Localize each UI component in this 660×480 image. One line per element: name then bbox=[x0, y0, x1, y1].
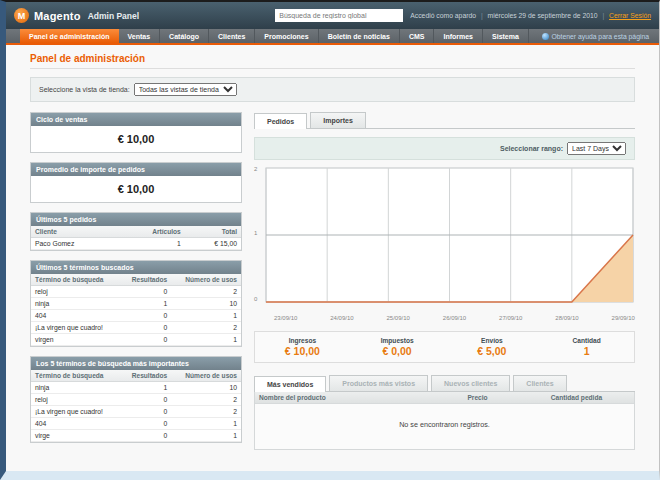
panel-title: Los 5 términos de búsqueda más important… bbox=[31, 357, 241, 370]
table-row[interactable]: virgen 0 1 bbox=[31, 334, 241, 346]
average-orders-value: € 10,00 bbox=[31, 176, 241, 202]
nav-item-catalog[interactable]: Catálogo bbox=[160, 29, 209, 43]
x-tick: 24/09/10 bbox=[330, 315, 353, 321]
cell-results: 0 bbox=[120, 406, 171, 418]
cell-term: ¡La virgen que cuadro! bbox=[31, 322, 120, 334]
stat-label: Cantidad bbox=[539, 337, 634, 344]
tab-most-viewed[interactable]: Productos más vistos bbox=[329, 375, 428, 391]
stat-label: Envíos bbox=[445, 337, 540, 344]
page-help-link[interactable]: Obtener ayuda para esta página bbox=[542, 29, 660, 43]
cell-uses: 2 bbox=[171, 394, 241, 406]
col-header: Artículos bbox=[118, 226, 185, 238]
magento-logo-icon: M bbox=[14, 8, 29, 23]
panel-title: Últimos 5 términos buscados bbox=[31, 261, 241, 274]
nav-item-system[interactable]: Sistema bbox=[483, 29, 529, 43]
table-row[interactable]: 404 0 1 bbox=[31, 310, 241, 322]
range-label: Seleccionar rango: bbox=[500, 145, 563, 152]
y-tick: 1 bbox=[254, 230, 257, 236]
current-date: miércoles 29 de septiembre de 2010 bbox=[488, 12, 598, 19]
cell-term: virge bbox=[31, 430, 120, 442]
cell-results: 0 bbox=[120, 394, 171, 406]
store-view-bar: Seleccione la vista de tienda: Todas las… bbox=[30, 77, 635, 102]
table-row[interactable]: virge 0 1 bbox=[31, 430, 241, 442]
totals-bar: Ingresos € 10,00 Impuestos € 0,00 Envíos… bbox=[254, 331, 635, 363]
table-row[interactable]: ninja 1 10 bbox=[31, 382, 241, 394]
panel-title: Promedio de importe de pedidos bbox=[31, 163, 241, 176]
cell-term: reloj bbox=[31, 394, 120, 406]
panel-title: Últimos 5 pedidos bbox=[31, 213, 241, 226]
main-nav: Panel de administración Ventas Catálogo … bbox=[6, 29, 659, 45]
nav-item-customers[interactable]: Clientes bbox=[209, 29, 255, 43]
col-header: Número de usos bbox=[171, 274, 241, 286]
logged-in-as: Accedió como apardo bbox=[410, 12, 476, 19]
col-header: Nombre del producto bbox=[255, 392, 463, 404]
cell-term: 404 bbox=[31, 310, 120, 322]
bestsellers-grid: Nombre del producto Precio Cantidad pedi… bbox=[254, 392, 635, 450]
table-row[interactable]: ¡La virgen que cuadro! 0 2 bbox=[31, 322, 241, 334]
cell-results: 1 bbox=[120, 298, 171, 310]
last-search-terms-panel: Últimos 5 términos buscados Término de b… bbox=[30, 260, 242, 347]
cell-uses: 1 bbox=[171, 430, 241, 442]
global-search-input[interactable] bbox=[275, 9, 403, 22]
col-header: Cliente bbox=[31, 226, 118, 238]
x-axis-labels: 23/09/10 24/09/10 25/09/10 26/09/10 27/0… bbox=[274, 315, 635, 321]
store-view-select[interactable]: Todas las vistas de tienda bbox=[134, 83, 237, 96]
magento-logo: M Magento Admin Panel bbox=[14, 8, 139, 23]
products-tabs: Más vendidos Productos más vistos Nuevos… bbox=[254, 375, 635, 392]
logout-link[interactable]: Cerrar Sesión bbox=[609, 12, 651, 19]
stat-value: 1 bbox=[539, 345, 634, 357]
cell-uses: 10 bbox=[171, 298, 241, 310]
separator: | bbox=[602, 12, 604, 19]
col-header: Término de búsqueda bbox=[31, 274, 120, 286]
cell-uses: 1 bbox=[171, 334, 241, 346]
cell-total: € 15,00 bbox=[185, 238, 241, 250]
top-search-terms-panel: Los 5 términos de búsqueda más important… bbox=[30, 356, 242, 443]
table-row[interactable]: ¡La virgen que cuadro! 0 2 bbox=[31, 406, 241, 418]
cell-term: ninja bbox=[31, 298, 120, 310]
cell-term: 404 bbox=[31, 418, 120, 430]
page-title: Panel de administración bbox=[30, 53, 635, 69]
nav-item-newsletter[interactable]: Boletín de noticias bbox=[319, 29, 400, 43]
panel-title: Ciclo de ventas bbox=[31, 113, 241, 126]
table-row[interactable]: reloj 0 2 bbox=[31, 286, 241, 298]
cell-term: reloj bbox=[31, 286, 120, 298]
range-select[interactable]: Last 7 Days bbox=[567, 142, 626, 155]
stat-label: Ingresos bbox=[255, 337, 350, 344]
tab-bestsellers[interactable]: Más vendidos bbox=[254, 376, 326, 392]
header: M Magento Admin Panel Accedió como apard… bbox=[6, 2, 659, 29]
cell-uses: 10 bbox=[171, 382, 241, 394]
col-header: Precio bbox=[463, 392, 546, 404]
separator: | bbox=[481, 12, 483, 19]
col-header: Cantidad pedida bbox=[547, 392, 634, 404]
cell-results: 0 bbox=[120, 322, 171, 334]
nav-item-sales[interactable]: Ventas bbox=[119, 29, 161, 43]
nav-item-reports[interactable]: Informes bbox=[434, 29, 483, 43]
app-window: M Magento Admin Panel Accedió como apard… bbox=[0, 0, 660, 480]
y-tick: 2 bbox=[254, 166, 257, 172]
tab-orders[interactable]: Pedidos bbox=[254, 113, 307, 129]
x-tick: 28/09/10 bbox=[555, 315, 578, 321]
table-row[interactable]: Paco Gomez 1 € 15,00 bbox=[31, 238, 241, 250]
cell-results: 0 bbox=[120, 286, 171, 298]
nav-item-promotions[interactable]: Promociones bbox=[255, 29, 318, 43]
empty-records-message: No se encontraron registros. bbox=[255, 404, 634, 449]
table-row[interactable]: 404 0 1 bbox=[31, 418, 241, 430]
help-globe-icon bbox=[542, 33, 549, 40]
stat-label: Impuestos bbox=[350, 337, 445, 344]
cell-customer: Paco Gomez bbox=[31, 238, 118, 250]
cell-results: 0 bbox=[120, 310, 171, 322]
tab-customers[interactable]: Clientes bbox=[513, 375, 566, 391]
cell-results: 0 bbox=[120, 334, 171, 346]
table-row[interactable]: ninja 1 10 bbox=[31, 298, 241, 310]
stat-shipping: Envíos € 5,00 bbox=[445, 337, 540, 357]
tab-new-customers[interactable]: Nuevos clientes bbox=[431, 375, 510, 391]
cell-results: 0 bbox=[120, 418, 171, 430]
cell-term: ¡La virgen que cuadro! bbox=[31, 406, 120, 418]
tab-amounts[interactable]: Importes bbox=[310, 112, 366, 128]
logo-subtitle: Admin Panel bbox=[88, 11, 139, 21]
table-row[interactable]: reloj 0 2 bbox=[31, 394, 241, 406]
nav-item-cms[interactable]: CMS bbox=[400, 29, 435, 43]
nav-item-dashboard[interactable]: Panel de administración bbox=[20, 29, 119, 43]
cell-uses: 2 bbox=[171, 286, 241, 298]
cell-uses: 1 bbox=[171, 418, 241, 430]
